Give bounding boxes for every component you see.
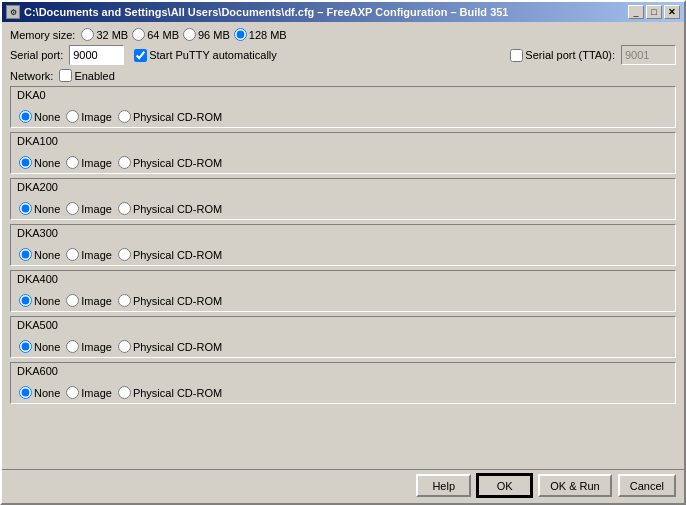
serial-port-input[interactable]: [69, 45, 124, 65]
dka200-section: DKA200 None Image Physical CD-ROM: [10, 178, 676, 220]
dka0-options: None Image Physical CD-ROM: [19, 110, 222, 123]
dka200-image-option: Image: [66, 202, 112, 215]
dka400-none-option: None: [19, 294, 60, 307]
dka200-none-label: None: [34, 203, 60, 215]
dka400-label: DKA400: [17, 273, 58, 285]
dka0-image-label: Image: [81, 111, 112, 123]
dka400-section: DKA400 None Image Physical CD-ROM: [10, 270, 676, 312]
dka100-none-label: None: [34, 157, 60, 169]
memory-32mb-radio[interactable]: [81, 28, 94, 41]
minimize-button[interactable]: _: [628, 5, 644, 19]
help-button[interactable]: Help: [416, 474, 471, 497]
dka400-image-option: Image: [66, 294, 112, 307]
dka100-none-radio[interactable]: [19, 156, 32, 169]
dka200-none-option: None: [19, 202, 60, 215]
dka500-cdrom-label: Physical CD-ROM: [133, 341, 222, 353]
main-content: Memory size: 32 MB 64 MB 96 MB 128 MB: [2, 22, 684, 469]
dka600-cdrom-label: Physical CD-ROM: [133, 387, 222, 399]
dka400-cdrom-radio[interactable]: [118, 294, 131, 307]
dka500-label: DKA500: [17, 319, 58, 331]
dka500-cdrom-radio[interactable]: [118, 340, 131, 353]
memory-size-row: Memory size: 32 MB 64 MB 96 MB 128 MB: [10, 28, 676, 41]
dka400-none-label: None: [34, 295, 60, 307]
memory-radio-group: 32 MB 64 MB 96 MB 128 MB: [81, 28, 286, 41]
network-enabled-label: Enabled: [74, 70, 114, 82]
dka100-image-option: Image: [66, 156, 112, 169]
dka-grid: DKA0 None Image Physical CD-ROM: [10, 86, 676, 463]
dka600-none-radio[interactable]: [19, 386, 32, 399]
dka300-image-label: Image: [81, 249, 112, 261]
dka100-cdrom-option: Physical CD-ROM: [118, 156, 222, 169]
memory-128mb-label: 128 MB: [249, 29, 287, 41]
dka200-options: None Image Physical CD-ROM: [19, 202, 222, 215]
serial-tta0-label: Serial port (TTA0):: [525, 49, 615, 61]
close-button[interactable]: ✕: [664, 5, 680, 19]
dka300-none-radio[interactable]: [19, 248, 32, 261]
putty-checkbox-option: Start PuTTY automatically: [134, 49, 277, 62]
maximize-button[interactable]: □: [646, 5, 662, 19]
dka200-none-radio[interactable]: [19, 202, 32, 215]
serial-port-row: Serial port: Start PuTTY automatically S…: [10, 45, 676, 65]
dka600-image-option: Image: [66, 386, 112, 399]
memory-128mb-radio[interactable]: [234, 28, 247, 41]
putty-checkbox[interactable]: [134, 49, 147, 62]
dka600-cdrom-radio[interactable]: [118, 386, 131, 399]
dka500-section: DKA500 None Image Physical CD-ROM: [10, 316, 676, 358]
dka500-none-option: None: [19, 340, 60, 353]
main-window: ⚙ C:\Documents and Settings\All Users\Do…: [0, 0, 686, 505]
dka200-cdrom-label: Physical CD-ROM: [133, 203, 222, 215]
dka0-cdrom-option: Physical CD-ROM: [118, 110, 222, 123]
dka0-image-option: Image: [66, 110, 112, 123]
dka600-image-radio[interactable]: [66, 386, 79, 399]
memory-64mb-label: 64 MB: [147, 29, 179, 41]
network-enabled-checkbox[interactable]: [59, 69, 72, 82]
dka0-cdrom-label: Physical CD-ROM: [133, 111, 222, 123]
ok-button[interactable]: OK: [477, 474, 532, 497]
dka100-none-option: None: [19, 156, 60, 169]
dka500-none-radio[interactable]: [19, 340, 32, 353]
memory-64mb-radio[interactable]: [132, 28, 145, 41]
serial-tta0-checkbox-option: Serial port (TTA0):: [510, 49, 615, 62]
dka100-options: None Image Physical CD-ROM: [19, 156, 222, 169]
dka200-image-radio[interactable]: [66, 202, 79, 215]
dka0-section: DKA0 None Image Physical CD-ROM: [10, 86, 676, 128]
dka500-image-label: Image: [81, 341, 112, 353]
memory-96mb-radio[interactable]: [183, 28, 196, 41]
network-row: Network: Enabled: [10, 69, 676, 82]
dka600-none-option: None: [19, 386, 60, 399]
dka0-cdrom-radio[interactable]: [118, 110, 131, 123]
memory-32mb-label: 32 MB: [96, 29, 128, 41]
dka300-cdrom-label: Physical CD-ROM: [133, 249, 222, 261]
dka500-image-radio[interactable]: [66, 340, 79, 353]
dka100-cdrom-radio[interactable]: [118, 156, 131, 169]
dka200-image-label: Image: [81, 203, 112, 215]
dka500-none-label: None: [34, 341, 60, 353]
dka300-cdrom-radio[interactable]: [118, 248, 131, 261]
dka300-section: DKA300 None Image Physical CD-ROM: [10, 224, 676, 266]
dka600-image-label: Image: [81, 387, 112, 399]
dka500-options: None Image Physical CD-ROM: [19, 340, 222, 353]
dka100-image-label: Image: [81, 157, 112, 169]
titlebar-buttons: _ □ ✕: [628, 5, 680, 19]
dka400-cdrom-option: Physical CD-ROM: [118, 294, 222, 307]
dka0-none-radio[interactable]: [19, 110, 32, 123]
serial-port-label: Serial port:: [10, 49, 63, 61]
titlebar: ⚙ C:\Documents and Settings\All Users\Do…: [2, 2, 684, 22]
dka0-image-radio[interactable]: [66, 110, 79, 123]
memory-32mb-option: 32 MB: [81, 28, 128, 41]
dka300-cdrom-option: Physical CD-ROM: [118, 248, 222, 261]
memory-64mb-option: 64 MB: [132, 28, 179, 41]
dka300-none-option: None: [19, 248, 60, 261]
cancel-button[interactable]: Cancel: [618, 474, 676, 497]
dka200-cdrom-radio[interactable]: [118, 202, 131, 215]
dka400-image-label: Image: [81, 295, 112, 307]
dka100-image-radio[interactable]: [66, 156, 79, 169]
dka400-image-radio[interactable]: [66, 294, 79, 307]
dka300-image-radio[interactable]: [66, 248, 79, 261]
dka400-none-radio[interactable]: [19, 294, 32, 307]
memory-96mb-option: 96 MB: [183, 28, 230, 41]
serial-tta0-checkbox[interactable]: [510, 49, 523, 62]
dka300-label: DKA300: [17, 227, 58, 239]
ok-run-button[interactable]: OK & Run: [538, 474, 612, 497]
dka600-none-label: None: [34, 387, 60, 399]
